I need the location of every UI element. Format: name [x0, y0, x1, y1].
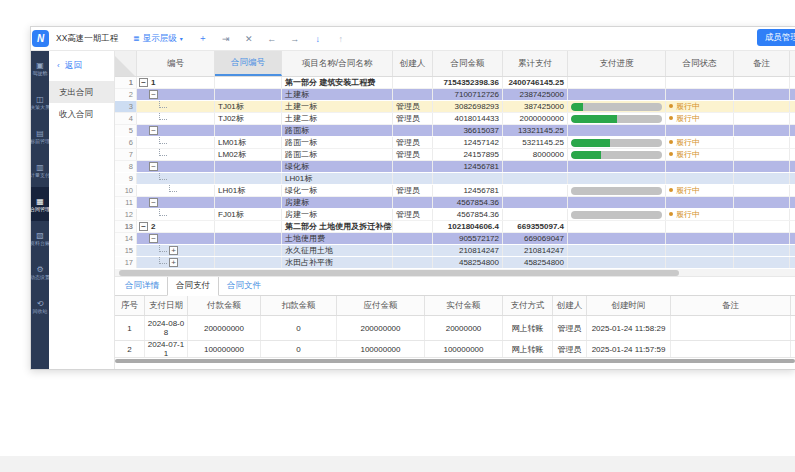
- remark-cell: [734, 185, 790, 196]
- column-header[interactable]: 合同状态: [666, 51, 734, 76]
- indent-icon[interactable]: ⇥: [221, 34, 231, 44]
- sub-sidebar-item[interactable]: 支出合同: [49, 81, 114, 103]
- collapse-icon[interactable]: −: [149, 162, 158, 171]
- back-link[interactable]: ‹ 返回: [49, 51, 114, 81]
- app-logo-icon: N: [32, 30, 49, 47]
- payment-column-header[interactable]: 扣款金额: [261, 296, 337, 315]
- table-row[interactable]: 9LH01标: [115, 173, 795, 185]
- tree-cell: +: [137, 257, 215, 268]
- sidebar-item-contract[interactable]: ▦合同管理: [31, 187, 49, 221]
- table-row[interactable]: 2−土建标71007127262387425000: [115, 89, 795, 101]
- horizontal-scrollbar[interactable]: [115, 269, 795, 277]
- move-down-icon[interactable]: ↓: [313, 34, 323, 44]
- payment-column-header[interactable]: 支付方式: [503, 296, 553, 315]
- table-row[interactable]: 12FJ01标房建一标管理员4567854.36履行中: [115, 209, 795, 221]
- contract-status-cell: 履行中: [666, 101, 734, 112]
- column-header[interactable]: 编号: [137, 51, 215, 76]
- collapse-icon[interactable]: −: [149, 198, 158, 207]
- payment-column-header[interactable]: 创建人: [553, 296, 587, 315]
- table-row[interactable]: 4TJ02标土建二标管理员40180144332000000000履行中: [115, 113, 795, 125]
- column-header[interactable]: 支付进度: [568, 51, 666, 76]
- payment-cell: [671, 316, 791, 340]
- row-number: 15: [115, 245, 137, 256]
- tab-link[interactable]: 合同详情: [117, 277, 167, 295]
- table-row[interactable]: 14−土地使用费905572172669069047: [115, 233, 795, 245]
- payment-column-header[interactable]: 序号: [115, 296, 145, 315]
- move-left-icon[interactable]: ←: [267, 34, 277, 44]
- member-management-button[interactable]: 成员管理: [757, 29, 795, 46]
- sidebar-item-label: 资料台账: [31, 240, 49, 246]
- app-window: N XX高速一期工程 ≣ 显示层级 ▾ ＋⇥✕←→↓↑ 成员管理 ▣驾驶舱◫决策…: [30, 26, 795, 370]
- tab-active[interactable]: 合同支付: [167, 276, 219, 296]
- collapse-icon[interactable]: −: [149, 90, 158, 99]
- collapse-icon[interactable]: −: [149, 126, 158, 135]
- delete-icon[interactable]: ✕: [244, 34, 254, 44]
- contract-code-cell: LM02标: [215, 149, 282, 160]
- sidebar-item-big-screen[interactable]: ◫决策大屏: [31, 85, 49, 119]
- creator-cell: [393, 77, 433, 88]
- payment-row[interactable]: 22024-07-111000000000100000000100000000网…: [115, 341, 795, 358]
- table-row[interactable]: 17+水田占补平衡458254800458254800: [115, 257, 795, 269]
- sub-sidebar-item[interactable]: 收入合同: [49, 103, 114, 125]
- tree-connector: [159, 245, 167, 252]
- collapse-icon[interactable]: −: [139, 78, 148, 87]
- column-header[interactable]: 合同编号: [215, 51, 282, 76]
- table-row[interactable]: 8−绿化标12456781: [115, 161, 795, 173]
- table-row[interactable]: 3TJ01标土建一标管理员3082698293387425000履行中: [115, 101, 795, 113]
- cumulative-paid-cell: 458254800: [503, 257, 568, 268]
- contract-code-cell: LH01标: [215, 185, 282, 196]
- contract-name-cell: 土建一标: [282, 101, 393, 112]
- payment-column-header[interactable]: 创建时间: [587, 296, 671, 315]
- collapse-icon[interactable]: −: [149, 234, 158, 243]
- scrollbar-thumb[interactable]: [119, 270, 679, 276]
- sidebar-item-dashboard[interactable]: ▣驾驶舱: [31, 51, 49, 85]
- payment-column-header[interactable]: 支付日期: [145, 296, 188, 315]
- contract-amount-cell: 7154352398.36: [433, 77, 503, 88]
- payment-progress-cell: [568, 89, 666, 100]
- column-header[interactable]: 项目名称/合同名称: [282, 51, 393, 76]
- table-row[interactable]: 5−路面标3661503713321145.25: [115, 125, 795, 137]
- add-icon[interactable]: ＋: [198, 32, 208, 45]
- contract-name-cell: 土建二标: [282, 113, 393, 124]
- move-up-icon[interactable]: ↑: [336, 34, 346, 44]
- table-row[interactable]: 13−2第二部分 土地使用及拆迁补偿费1021804606.4669355097…: [115, 221, 795, 233]
- contract-name-cell: 路面二标: [282, 149, 393, 160]
- creator-cell: [393, 245, 433, 256]
- collapse-icon[interactable]: −: [139, 222, 148, 231]
- table-row[interactable]: 7LM02标路面二标管理员241578958000000履行中: [115, 149, 795, 161]
- payment-scrollbar[interactable]: [115, 359, 795, 363]
- contract-icon: ▦: [36, 197, 44, 206]
- sidebar-item-recycle[interactable]: ⟲回收站: [31, 289, 49, 323]
- display-level-dropdown[interactable]: ≣ 显示层级 ▾: [133, 33, 183, 45]
- move-right-icon[interactable]: →: [290, 34, 300, 44]
- table-row[interactable]: 1−1第一部分 建筑安装工程费7154352398.362400746145.2…: [115, 77, 795, 89]
- creator-cell: 管理员: [393, 185, 433, 196]
- payment-row[interactable]: 12024-08-08200000000020000000020000000网上…: [115, 316, 795, 341]
- table-row[interactable]: 6LM01标路面一标管理员124571425321145.25履行中: [115, 137, 795, 149]
- column-header[interactable]: 合同金额: [433, 51, 503, 76]
- expand-icon[interactable]: +: [169, 258, 178, 267]
- sidebar-item-measurement[interactable]: ▥计量支付: [31, 153, 49, 187]
- sidebar-item-pre-bid[interactable]: ▤标前管理: [31, 119, 49, 153]
- cumulative-paid-cell: 2387425000: [503, 89, 568, 100]
- table-row[interactable]: 15+永久征用土地210814247210814247: [115, 245, 795, 257]
- payment-column-header[interactable]: 备注: [671, 296, 791, 315]
- nav-sidebar: ▣驾驶舱◫决策大屏▤标前管理▥计量支付▦合同管理▧资料台账⚙动态设置⟲回收站: [31, 51, 49, 369]
- column-header[interactable]: 备注: [734, 51, 790, 76]
- payment-column-header[interactable]: 实付金额: [425, 296, 503, 315]
- sidebar-item-settings[interactable]: ⚙动态设置: [31, 255, 49, 289]
- column-header[interactable]: 创建人: [393, 51, 433, 76]
- table-row[interactable]: 11−房建标4567854.36: [115, 197, 795, 209]
- payment-progress-cell: [568, 257, 666, 268]
- expand-icon[interactable]: +: [169, 246, 178, 255]
- column-header[interactable]: 累计支付: [503, 51, 568, 76]
- row-number: 2: [115, 89, 137, 100]
- payment-column-header[interactable]: 付款金额: [188, 296, 261, 315]
- payment-column-header[interactable]: 应付金额: [337, 296, 425, 315]
- chevron-left-icon: ‹: [57, 61, 60, 70]
- sidebar-item-label: 驾驶舱: [33, 70, 48, 76]
- table-row[interactable]: 10LH01标绿化一标管理员12456781履行中: [115, 185, 795, 197]
- tab-link[interactable]: 合同文件: [219, 277, 269, 295]
- sidebar-item-archive[interactable]: ▧资料台账: [31, 221, 49, 255]
- payment-cell: 200000000: [337, 316, 425, 340]
